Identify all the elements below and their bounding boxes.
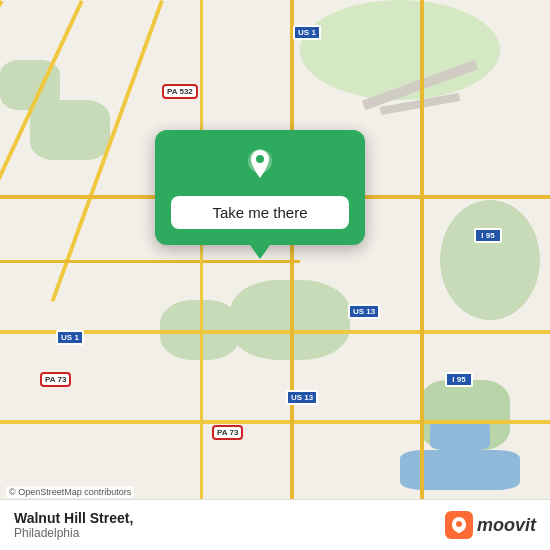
moovit-logo-icon <box>445 511 473 539</box>
green-area <box>30 100 110 160</box>
take-me-there-button[interactable]: Take me there <box>171 196 349 229</box>
highway-shield-us1-mid: US 1 <box>56 330 84 345</box>
water-area <box>400 450 520 490</box>
location-pin-icon <box>242 146 278 182</box>
road <box>420 0 424 550</box>
water-area <box>430 420 490 450</box>
location-info: Walnut Hill Street, Philadelphia <box>14 510 133 540</box>
svg-point-3 <box>456 521 462 527</box>
popup-tail <box>250 245 270 259</box>
highway-shield-pa532: PA 532 <box>162 84 198 99</box>
road <box>290 0 294 550</box>
bottom-bar: Walnut Hill Street, Philadelphia moovit <box>0 499 550 550</box>
address-text: Walnut Hill Street, <box>14 510 133 526</box>
map-attribution: © OpenStreetMap contributors <box>6 486 134 498</box>
highway-shield-i95-right: I 95 <box>474 228 502 243</box>
green-area <box>300 0 500 100</box>
map-container: US 1 PA 532 US 1 PA 73 US 13 I 95 I 95 U… <box>0 0 550 550</box>
highway-shield-us13-mid: US 13 <box>348 304 380 319</box>
highway-shield-us1-top: US 1 <box>293 25 321 40</box>
moovit-brand-text: moovit <box>477 515 536 536</box>
highway-shield-us13-bot: US 13 <box>286 390 318 405</box>
green-area <box>440 200 540 320</box>
highway-shield-pa73-left: PA 73 <box>40 372 71 387</box>
road <box>200 0 203 550</box>
city-text: Philadelphia <box>14 526 133 540</box>
moovit-logo: moovit <box>445 511 536 539</box>
popup-card: Take me there <box>155 130 365 245</box>
road <box>0 420 550 424</box>
highway-shield-i95-bot: I 95 <box>445 372 473 387</box>
highway-shield-pa73-bot: PA 73 <box>212 425 243 440</box>
road <box>0 260 300 263</box>
svg-point-1 <box>256 155 264 163</box>
